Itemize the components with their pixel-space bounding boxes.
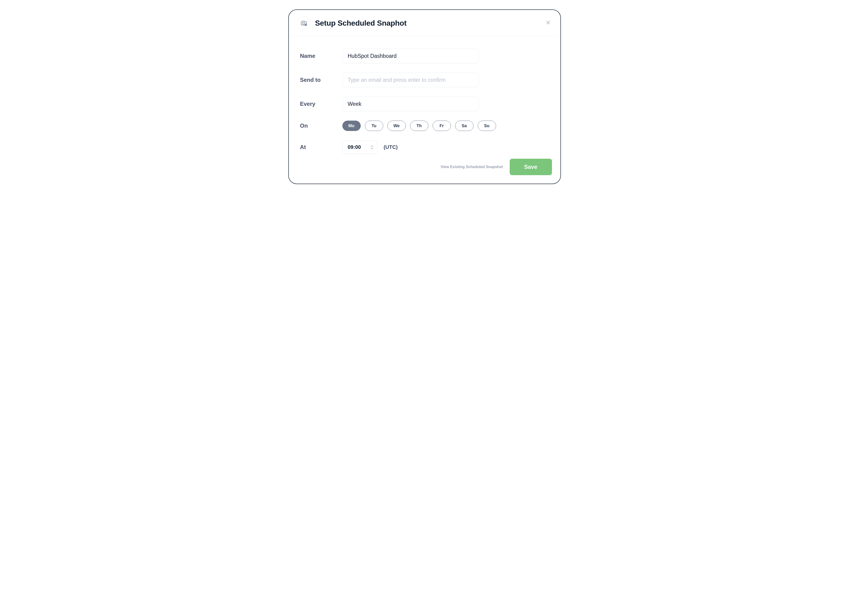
day-pill-mo[interactable]: Mo	[343, 121, 361, 131]
modal-footer: View Existing Scheduled Snapshot Save	[289, 159, 560, 183]
time-value: 09:00	[348, 144, 370, 150]
day-pill-th[interactable]: Th	[410, 121, 428, 131]
timezone-label: (UTC)	[384, 144, 398, 150]
day-pills: MoTuWeThFrSaSu	[343, 121, 496, 131]
modal-header: Setup Scheduled Snaphot	[289, 10, 560, 36]
day-pill-sa[interactable]: Sa	[455, 121, 474, 131]
close-button[interactable]	[544, 19, 552, 26]
label-send-to: Send to	[300, 77, 343, 83]
time-select[interactable]: 09:00	[343, 140, 377, 154]
day-pill-fr[interactable]: Fr	[433, 121, 451, 131]
day-pill-tu[interactable]: Tu	[365, 121, 383, 131]
modal-title: Setup Scheduled Snaphot	[315, 19, 407, 27]
view-existing-link[interactable]: View Existing Scheduled Snapshot	[441, 165, 503, 169]
svg-point-0	[302, 22, 304, 24]
stepper-arrows-icon	[370, 145, 374, 149]
day-pill-su[interactable]: Su	[478, 121, 496, 131]
save-button[interactable]: Save	[510, 159, 552, 175]
camera-clock-icon	[297, 16, 310, 30]
label-at: At	[300, 144, 343, 151]
label-every: Every	[300, 101, 343, 107]
label-on: On	[300, 122, 343, 129]
name-input[interactable]	[343, 49, 479, 63]
scheduled-snapshot-modal: Setup Scheduled Snaphot Name Send to Eve…	[288, 9, 561, 184]
day-pill-we[interactable]: We	[387, 121, 406, 131]
row-on: On MoTuWeThFrSaSu	[300, 121, 549, 131]
every-input[interactable]	[343, 97, 479, 111]
label-name: Name	[300, 53, 343, 59]
close-icon	[546, 20, 551, 25]
row-name: Name	[300, 49, 549, 63]
row-every: Every	[300, 97, 549, 111]
modal-body: Name Send to Every On MoTuWeThFrSaSu At	[289, 36, 560, 163]
row-send-to: Send to	[300, 73, 549, 87]
send-to-input[interactable]	[343, 73, 479, 87]
row-at: At 09:00 (UTC)	[300, 140, 549, 154]
